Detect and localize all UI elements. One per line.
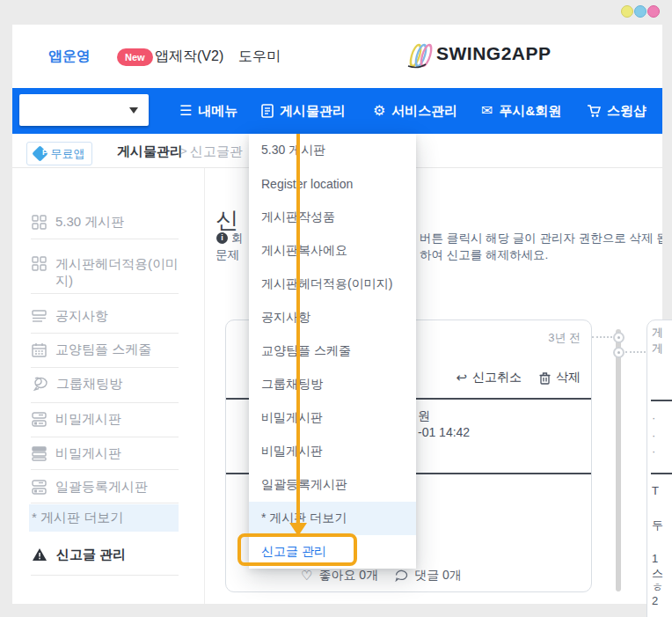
sidebar-item-board-more[interactable]: * 게시판 더보기 — [32, 510, 123, 526]
nav-item-post-management[interactable]: 게시물관리 — [261, 101, 346, 121]
sidebar-item-secret-board-1[interactable]: 비밀게시판 — [32, 411, 121, 428]
post-card-actions: ↩ 신고취소 삭제 — [456, 370, 581, 386]
date-fragment: -01 14:42 — [418, 425, 470, 439]
card-rule — [651, 400, 672, 401]
gear-icon: ⚙ — [373, 104, 385, 118]
sidebar-row-divider — [31, 402, 179, 403]
delete-button[interactable]: 삭제 — [539, 370, 581, 386]
sidebar-item-board-header[interactable]: 게시판헤더적용(이미지) — [32, 255, 186, 289]
text-fragment: 게 — [652, 325, 663, 341]
notice-rows-icon — [32, 308, 47, 324]
info-text-fragment: 문제 — [215, 247, 239, 263]
new-badge: New — [117, 48, 153, 66]
sidebar-item-530-board[interactable]: 5.30 게시판 — [32, 214, 124, 231]
dropdown-arrow-icon — [129, 107, 138, 114]
sidebar-item-secret-board-2[interactable]: 비밀게시판 — [32, 445, 121, 462]
window-dot-yellow[interactable] — [621, 5, 633, 18]
card-rule — [651, 473, 672, 474]
comments-label: 댓글 0개 — [414, 568, 462, 584]
diamond-letter: F — [42, 148, 47, 157]
sidebar-divider — [204, 168, 205, 604]
post-card-footer: ♡ 좋아요 0개 댓글 0개 — [301, 568, 462, 584]
free-app-label: 무료앱 — [51, 146, 85, 162]
sidebar-label: 비밀게시판 — [55, 445, 121, 462]
menu-item-group-chat[interactable]: 그룹채팅방 — [249, 368, 416, 401]
header-link-app-operation[interactable]: 앱운영 — [48, 48, 91, 66]
document-icon — [261, 104, 274, 118]
text-fragment: 게 — [652, 341, 663, 356]
menu-item-bulk-board[interactable]: 일괄등록게시판 — [249, 468, 416, 502]
author-fragment: 원 — [418, 408, 430, 424]
sidebar-row-divider — [31, 367, 179, 368]
menu-item-board-copy[interactable]: 게시판복사에요 — [249, 234, 416, 268]
likes-counter[interactable]: ♡ 좋아요 0개 — [301, 568, 378, 584]
menu-item-secret-board-2[interactable]: 비밀게시판 — [249, 435, 416, 468]
chat-bubbles-icon — [32, 376, 47, 392]
hamburger-icon: ☰ — [179, 104, 192, 118]
sidebar-item-reported-posts[interactable]: 신고글 관리 — [32, 547, 126, 563]
sidebar-item-schedule[interactable]: 교양팀플 스케줄 — [32, 342, 151, 358]
comments-counter[interactable]: 댓글 0개 — [395, 568, 462, 584]
nav-label: 푸시&회원 — [499, 103, 561, 120]
header-link-app-maker[interactable]: 앱제작(V2) — [155, 48, 223, 66]
info-text-fragment: 버튼 클릭시 해당 글이 관리자 권한으로 삭제 됩니 — [420, 231, 662, 246]
sidebar-label: 일괄등록게시판 — [55, 479, 148, 496]
list-image-icon — [32, 479, 47, 495]
info-text-fragment: 하여 신고를 해제하세요. — [420, 247, 548, 263]
board-grid-icon — [32, 214, 47, 230]
breadcrumb-section[interactable]: 게시물관리 — [117, 143, 183, 160]
text-fragment: · — [652, 444, 655, 458]
nav-label: 스윙샵 — [607, 103, 646, 120]
window-dot-pink[interactable] — [647, 5, 660, 18]
sidebar-label: 그룹채팅방 — [56, 376, 122, 393]
sidebar-row-divider — [31, 575, 179, 576]
text-fragment: · — [652, 429, 655, 442]
delete-label: 삭제 — [556, 370, 581, 386]
menu-item-board-header[interactable]: 게시판헤더적용(이미지) — [249, 268, 416, 301]
post-management-dropdown-menu: 5.30 게시판 Register location 게시판작성품 게시판복사에… — [249, 134, 416, 569]
app-select-dropdown[interactable] — [19, 94, 149, 126]
timeline-bar — [616, 329, 621, 591]
menu-item-530-board[interactable]: 5.30 게시판 — [249, 134, 416, 167]
sidebar-label: 5.30 게시판 — [55, 214, 124, 231]
sidebar-label: 신고글 관리 — [56, 547, 126, 563]
swing2app-logo[interactable]: SWING2APP — [406, 39, 551, 69]
text-fragment: 두 — [652, 518, 663, 533]
menu-item-board-form[interactable]: 게시판작성품 — [249, 201, 416, 234]
menu-item-secret-board-1[interactable]: 비밀게시판 — [249, 401, 416, 435]
nav-item-swing-shop[interactable]: 스윙샵 — [587, 101, 646, 121]
timeline-dot — [613, 347, 625, 358]
sidebar-item-group-chat[interactable]: 그룹채팅방 — [32, 376, 122, 393]
comment-bubble-icon — [395, 569, 408, 582]
nav-label: 게시물관리 — [280, 103, 346, 120]
nav-item-push-members[interactable]: ✉ 푸시&회원 — [481, 101, 561, 121]
sidebar-item-bulk-board[interactable]: 일괄등록게시판 — [32, 479, 148, 496]
annotation-highlight-box — [237, 533, 357, 566]
cancel-report-button[interactable]: ↩ 신고취소 — [456, 370, 522, 386]
window-dot-blue[interactable] — [634, 5, 646, 18]
info-icon: i — [216, 232, 228, 244]
cancel-report-label: 신고취소 — [472, 370, 522, 386]
timeline-dot — [613, 332, 625, 343]
trash-icon — [539, 371, 551, 385]
sidebar-row-divider — [31, 333, 179, 334]
board-grid-icon — [32, 255, 47, 271]
text-fragment: 1 — [652, 552, 658, 565]
nav-item-service-management[interactable]: ⚙ 서비스관리 — [373, 101, 457, 121]
menu-item-register-location[interactable]: Register location — [249, 167, 416, 201]
likes-label: 좋아요 0개 — [318, 568, 378, 584]
nav-label: 서비스관리 — [391, 103, 457, 120]
menu-item-notice[interactable]: 공지사항 — [249, 301, 416, 334]
menu-item-board-more[interactable]: * 게시판 더보기 — [249, 502, 416, 535]
sidebar-item-notice[interactable]: 공지사항 — [32, 308, 108, 325]
reply-arrow-icon: ↩ — [456, 370, 467, 386]
free-app-badge[interactable]: F 무료앱 — [26, 142, 92, 165]
sidebar-label: * 게시판 더보기 — [32, 510, 123, 526]
breadcrumb-current: 신고글관 — [190, 143, 243, 160]
menu-item-schedule[interactable]: 교양팀플 스케줄 — [249, 334, 416, 368]
sidebar-row-divider — [31, 239, 179, 239]
sidebar-row-divider — [31, 503, 179, 503]
next-post-card-clipped: 게 게 · · · T 두 1 스 ㅎ 2 — [646, 320, 672, 617]
header-link-helper[interactable]: 도우미 — [238, 48, 281, 66]
nav-item-my-menu[interactable]: ☰ 내메뉴 — [179, 101, 237, 121]
